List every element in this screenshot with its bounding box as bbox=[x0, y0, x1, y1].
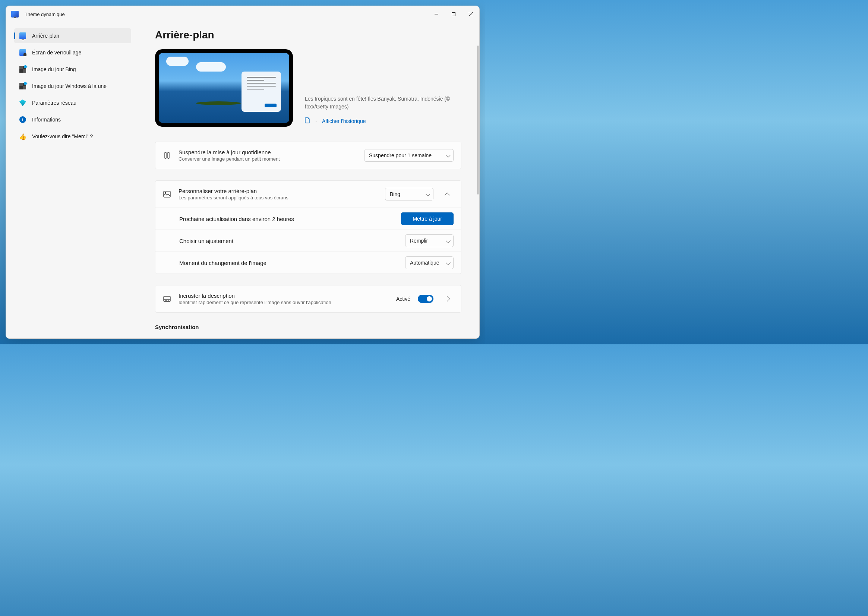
refresh-text: Prochaine actualisation dans environ 2 h… bbox=[179, 216, 393, 222]
app-title: Thème dynamique bbox=[25, 11, 65, 17]
sidebar-item-lockscreen[interactable]: Écran de verrouillage bbox=[14, 45, 131, 60]
sidebar-item-bing[interactable]: Image du jour Bing bbox=[14, 62, 131, 77]
device-preview bbox=[155, 49, 293, 127]
sidebar-item-info[interactable]: i Informations bbox=[14, 112, 131, 127]
caption-icon bbox=[163, 296, 171, 302]
minimize-button[interactable] bbox=[428, 8, 445, 20]
pause-icon bbox=[163, 152, 171, 159]
embed-toggle[interactable] bbox=[418, 295, 434, 303]
sidebar-item-label: Voulez-vous dire "Merci" ? bbox=[32, 134, 93, 139]
image-caption: Les tropiques sont en fête! Îles Banyak,… bbox=[305, 95, 461, 111]
history-link[interactable]: Afficher l'historique bbox=[322, 118, 366, 124]
collapse-button[interactable] bbox=[441, 188, 454, 201]
update-button[interactable]: Mettre à jour bbox=[401, 212, 454, 225]
monitor-icon bbox=[19, 32, 26, 39]
sidebar-item-network[interactable]: Paramètres réseau bbox=[14, 96, 131, 110]
preview-info: Les tropiques sont en fête! Îles Banyak,… bbox=[305, 95, 461, 127]
preview-section: Les tropiques sont en fête! Îles Banyak,… bbox=[155, 49, 461, 127]
description-overlay bbox=[242, 72, 281, 112]
embed-subtitle: Identifier rapidement ce que représente … bbox=[179, 300, 389, 305]
document-icon[interactable] bbox=[305, 117, 310, 124]
sidebar-item-thanks[interactable]: 👍 Voulez-vous dire "Merci" ? bbox=[14, 129, 131, 144]
sidebar-item-background[interactable]: Arrière-plan bbox=[14, 28, 131, 43]
suspend-title: Suspendre la mise à jour quotidienne bbox=[179, 149, 357, 156]
sidebar-item-label: Paramètres réseau bbox=[32, 100, 76, 106]
personalize-subtitle: Les paramètres seront appliqués à tous v… bbox=[179, 195, 377, 201]
image-icon bbox=[163, 191, 171, 198]
separator: · bbox=[315, 118, 317, 124]
sidebar-item-label: Arrière-plan bbox=[32, 33, 59, 39]
toggle-state-label: Activé bbox=[396, 296, 410, 302]
svg-rect-5 bbox=[168, 152, 169, 159]
sidebar-item-label: Écran de verrouillage bbox=[32, 50, 81, 55]
sidebar-item-label: Informations bbox=[32, 117, 61, 123]
embed-title: Incruster la description bbox=[179, 292, 389, 299]
lock-icon bbox=[19, 49, 26, 56]
preview-image bbox=[159, 53, 289, 123]
sidebar: Arrière-plan Écran de verrouillage Image… bbox=[6, 22, 137, 338]
suspend-card: Suspendre la mise à jour quotidienne Con… bbox=[155, 141, 461, 169]
page-title: Arrière-plan bbox=[155, 29, 461, 41]
main-content[interactable]: Arrière-plan Les tropiques sont en fête!… bbox=[137, 22, 479, 338]
window-body: Arrière-plan Écran de verrouillage Image… bbox=[6, 22, 479, 338]
suspend-dropdown[interactable]: Suspendre pour 1 semaine bbox=[364, 149, 454, 162]
personalize-title: Personnaliser votre arrière-plan bbox=[179, 188, 377, 194]
maximize-button[interactable] bbox=[445, 8, 462, 20]
scrollbar[interactable] bbox=[477, 46, 478, 195]
personalize-card: Personnaliser votre arrière-plan Les par… bbox=[155, 181, 461, 274]
embed-card: Incruster la description Identifier rapi… bbox=[155, 285, 461, 313]
titlebar: Thème dynamique bbox=[6, 6, 479, 22]
info-icon: i bbox=[19, 116, 26, 123]
expand-button[interactable] bbox=[441, 292, 454, 305]
app-window: Thème dynamique Arrière-plan Écran de ve… bbox=[6, 6, 480, 339]
fit-label: Choisir un ajustement bbox=[179, 238, 398, 244]
fit-dropdown[interactable]: Remplir bbox=[405, 234, 454, 247]
thumbs-up-icon: 👍 bbox=[19, 133, 26, 140]
moment-dropdown[interactable]: Automatique bbox=[405, 256, 454, 269]
moment-label: Moment du changement de l'image bbox=[179, 260, 398, 266]
spotlight-icon bbox=[19, 83, 26, 90]
sync-section-title: Synchronisation bbox=[155, 324, 461, 330]
sidebar-item-windows-spotlight[interactable]: Image du jour Windows à la une bbox=[14, 79, 131, 94]
svg-rect-6 bbox=[164, 191, 170, 197]
app-icon bbox=[11, 11, 19, 17]
window-controls bbox=[428, 8, 479, 20]
close-button[interactable] bbox=[462, 8, 479, 20]
history-row: · Afficher l'historique bbox=[305, 117, 461, 124]
svg-rect-1 bbox=[452, 13, 455, 16]
source-dropdown[interactable]: Bing bbox=[385, 188, 434, 201]
sidebar-item-label: Image du jour Windows à la une bbox=[32, 83, 107, 89]
svg-rect-4 bbox=[165, 152, 166, 159]
bing-icon bbox=[19, 66, 26, 73]
suspend-subtitle: Conserver une image pendant un petit mom… bbox=[179, 156, 357, 162]
sidebar-item-label: Image du jour Bing bbox=[32, 66, 76, 72]
diamond-icon bbox=[19, 99, 26, 106]
svg-point-7 bbox=[165, 193, 166, 194]
